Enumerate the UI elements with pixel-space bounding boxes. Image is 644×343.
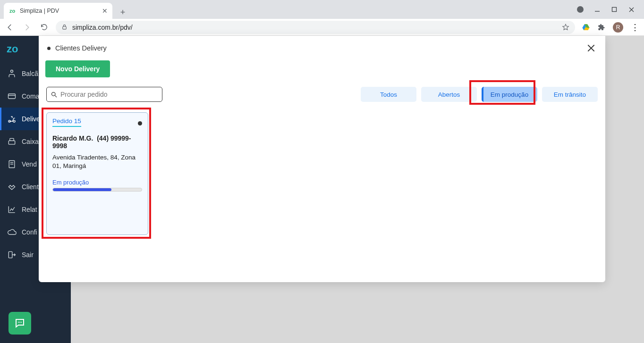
svg-rect-10 — [8, 141, 15, 144]
filter-em-producao[interactable]: Em produção — [482, 87, 537, 102]
bullet-icon — [47, 47, 51, 50]
menu-kebab-icon[interactable]: ⋮ — [631, 22, 639, 33]
sidebar-item-label: Relat — [22, 206, 37, 213]
svg-rect-6 — [8, 94, 16, 99]
highlight-card: Pedido 15 Ricardo M.G. (44) 99999-9998 A… — [42, 108, 151, 239]
sidebar-item-label: Confi — [22, 228, 37, 236]
app-viewport: zo Balcã Coma Delive Caixa Vend — [0, 36, 644, 343]
order-card[interactable]: Pedido 15 Ricardo M.G. (44) 99999-9998 A… — [46, 112, 148, 235]
url-text: simpliza.com.br/pdv/ — [72, 24, 133, 31]
window-controls — [577, 0, 644, 19]
delivery-modal: Clientes Delivery Novo Delivery Todos Ab… — [39, 36, 605, 282]
filter-em-transito[interactable]: Em trânsito — [542, 87, 598, 102]
svg-rect-1 — [612, 8, 617, 12]
drive-icon[interactable] — [582, 23, 590, 32]
tab-title: Simpliza | PDV — [20, 8, 59, 14]
lock-icon — [61, 24, 68, 30]
svg-point-18 — [21, 322, 22, 323]
reload-icon[interactable] — [39, 22, 49, 33]
order-progress-fill — [53, 188, 111, 191]
svg-point-5 — [11, 70, 13, 73]
tab-close-icon[interactable]: ✕ — [102, 7, 108, 15]
svg-rect-11 — [10, 138, 14, 141]
browser-tab[interactable]: zo Simpliza | PDV ✕ — [4, 3, 112, 19]
scooter-icon — [7, 114, 17, 124]
status-dot-icon — [138, 121, 142, 125]
order-address: Avenida Tiradentes, 84, Zona 01, Maringá — [52, 153, 142, 170]
profile-avatar[interactable]: R — [613, 22, 623, 33]
star-icon[interactable] — [562, 24, 569, 31]
search-box[interactable] — [46, 87, 162, 102]
browser-address-bar: simpliza.com.br/pdv/ R ⋮ — [0, 19, 644, 36]
handshake-icon — [7, 182, 17, 192]
maximize-icon[interactable] — [611, 6, 618, 13]
receipt-icon — [7, 159, 17, 169]
sidebar-item-label: Coma — [22, 92, 39, 100]
sidebar-item-label: Balcã — [22, 70, 38, 77]
forward-icon — [22, 22, 32, 33]
counter-icon — [7, 68, 17, 79]
order-status-label: Em produção — [52, 179, 142, 186]
svg-line-22 — [55, 95, 57, 97]
close-icon — [586, 43, 596, 53]
new-tab-button[interactable]: + — [116, 6, 129, 19]
svg-point-21 — [52, 92, 56, 96]
exit-icon — [7, 250, 17, 260]
search-input[interactable] — [60, 91, 158, 98]
svg-point-9 — [13, 120, 15, 122]
sidebar-item-label: Caixa — [22, 138, 39, 145]
filter-todos[interactable]: Todos — [361, 87, 416, 102]
cloud-icon — [7, 227, 17, 237]
minimize-icon[interactable] — [594, 6, 601, 13]
card-icon — [7, 91, 17, 101]
modal-close-button[interactable] — [585, 42, 597, 54]
account-dot-icon[interactable] — [577, 6, 584, 13]
sidebar-item-label: Vend — [22, 160, 37, 168]
filter-group: Todos Abertos Em produção Em trânsito — [361, 87, 598, 102]
chart-icon — [7, 204, 17, 215]
order-customer: Ricardo M.G. (44) 99999-9998 — [52, 134, 142, 150]
svg-rect-4 — [63, 26, 67, 29]
sidebar-item-label: Client — [22, 183, 39, 191]
order-progress — [52, 188, 142, 192]
register-icon — [7, 136, 17, 147]
svg-rect-15 — [8, 251, 12, 258]
modal-title: Clientes Delivery — [55, 44, 107, 52]
novo-delivery-button[interactable]: Novo Delivery — [45, 60, 110, 77]
favicon-icon: zo — [8, 7, 16, 15]
sidebar-item-label: Delive — [22, 115, 40, 123]
browser-tabbar: zo Simpliza | PDV ✕ + — [0, 0, 644, 19]
back-icon[interactable] — [5, 22, 15, 33]
order-title: Pedido 15 — [52, 117, 81, 127]
extension-icons: R ⋮ — [582, 22, 639, 33]
svg-point-17 — [19, 322, 20, 323]
svg-point-16 — [18, 322, 19, 323]
chat-icon — [14, 318, 25, 329]
filter-abertos[interactable]: Abertos — [421, 87, 477, 102]
sidebar-item-label: Sair — [22, 251, 34, 259]
address-box[interactable]: simpliza.com.br/pdv/ — [56, 21, 575, 34]
extensions-icon[interactable] — [598, 24, 605, 31]
chat-fab[interactable] — [8, 312, 31, 335]
search-icon — [51, 91, 58, 98]
window-close-icon[interactable] — [628, 6, 635, 13]
